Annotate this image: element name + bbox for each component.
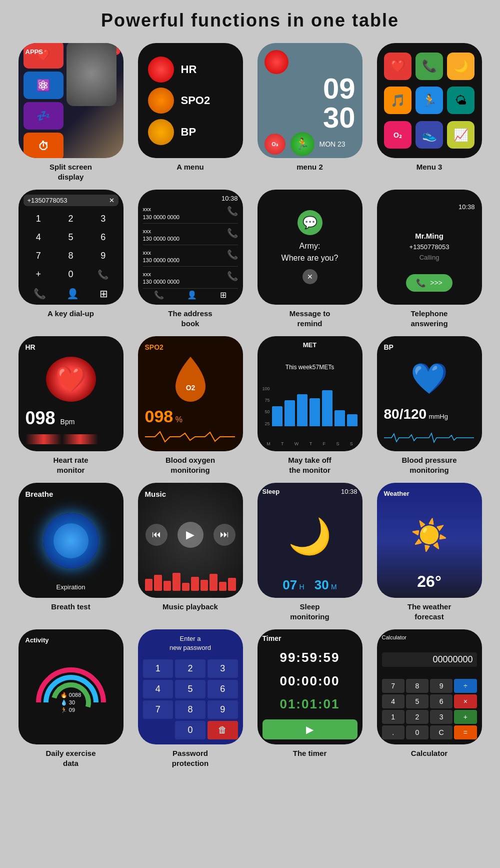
menu-spo2-icon [148,88,174,114]
addr-row-3[interactable]: xxx130 0000 0000 📞 [143,247,238,267]
addr-call-2[interactable]: 📞 [227,228,238,239]
dialup-delete[interactable]: ✕ [109,197,114,204]
pwd-key-1[interactable]: 1 [143,659,174,678]
calc-key-1[interactable]: 1 [382,710,404,724]
calc-key-9[interactable]: 9 [430,679,452,693]
music-next-btn[interactable]: ⏭ [214,524,236,546]
addr-call-4[interactable]: 📞 [227,271,238,282]
addr-bottom-phone[interactable]: 📞 [154,290,164,300]
label-met: May take offthe monitor [288,455,332,475]
pwd-key-del[interactable]: 🗑 [208,721,238,739]
app-weather[interactable]: 🌤 [447,87,474,114]
music-prev-btn[interactable]: ⏮ [146,524,168,546]
timer-play-btn[interactable]: ▶ [262,719,358,739]
label-spo2: Blood oxygenmonitoring [166,455,215,475]
calc-display: 00000000 [382,652,477,667]
music-controls: ⏮ ▶ ⏭ [145,522,236,548]
calc-key-4[interactable]: 4 [382,694,404,708]
cell-dialup: +1350778053 ✕ 1 2 3 4 5 6 7 8 9 + 0 📞 📞 … [15,190,126,328]
calc-key-2[interactable]: 2 [406,710,428,724]
screen-dialup: +1350778053 ✕ 1 2 3 4 5 6 7 8 9 + 0 📞 📞 … [18,190,124,305]
app-run[interactable]: 🏃 [416,87,443,114]
screen-split: APPS 1 ❤️ ⚛️ 💤 ⏱ [18,43,124,158]
calc-key-0[interactable]: 0 [406,725,428,739]
app-music[interactable]: 🎵 [384,87,412,114]
calc-key-3[interactable]: 3 [430,710,452,724]
svg-text:O2: O2 [186,384,195,392]
calc-key-add[interactable]: + [454,710,476,724]
label-music: Music playback [162,602,218,612]
key-7[interactable]: 7 [24,248,54,264]
calc-key-5[interactable]: 5 [406,694,428,708]
addr-bottom-grid[interactable]: ⊞ [220,290,226,300]
addr-call-1[interactable]: 📞 [227,206,238,217]
key-plus[interactable]: + [24,266,54,283]
pwd-key-6[interactable]: 6 [208,680,238,698]
app-heart[interactable]: ❤️ [384,53,412,80]
tel-phone-icon: 📞 [416,278,426,288]
sleep-hours: 07 [282,577,297,592]
pwd-key-3[interactable]: 3 [208,659,238,678]
music-play-btn[interactable]: ▶ [178,522,204,548]
dialup-icon-grid[interactable]: ⊞ [100,288,108,300]
dialup-icon-phone[interactable]: 📞 [34,288,46,300]
calc-key-6[interactable]: 6 [430,694,452,708]
pwd-key-9[interactable]: 9 [208,700,238,719]
key-4[interactable]: 4 [24,229,54,246]
pwd-key-2[interactable]: 2 [175,659,206,678]
eq-bar-10 [228,578,236,591]
addr-bottom-contact[interactable]: 👤 [187,290,197,300]
calc-key-dot[interactable]: . [382,725,404,739]
calc-key-8[interactable]: 8 [406,679,428,693]
pwd-key-7[interactable]: 7 [143,700,174,719]
key-2[interactable]: 2 [56,211,86,227]
addr-row-2[interactable]: xxx130 0000 0000 📞 [143,226,238,246]
calc-key-c[interactable]: C [430,725,452,739]
met-bar-6 [334,410,345,426]
calc-key-7[interactable]: 7 [382,679,404,693]
key-6[interactable]: 6 [88,229,118,246]
app-chart[interactable]: 📈 [447,121,474,149]
addr-row-4[interactable]: xxx130 0000 0000 📞 [143,269,238,289]
label-bp: Blood pressuremonitoring [402,455,456,475]
key-8[interactable]: 8 [56,248,86,264]
dialup-actions: 📞 👤 ⊞ [24,288,118,300]
msg-close[interactable]: ✕ [302,269,318,284]
calc-key-eq[interactable]: = [454,725,476,739]
key-1[interactable]: 1 [24,211,54,227]
met-day-labels: M T W T F S S [262,441,358,446]
app-steps[interactable]: 👟 [416,121,443,149]
apps-label: APPS [26,48,43,56]
addr-call-3[interactable]: 📞 [227,249,238,260]
eq-bar-5 [182,583,190,591]
pwd-key-0[interactable]: 0 [175,721,206,739]
key-3[interactable]: 3 [88,211,118,227]
key-9[interactable]: 9 [88,248,118,264]
calc-key-div[interactable]: ÷ [454,679,476,693]
app-sleep[interactable]: 🌙 [447,53,474,80]
screen-timer: Timer 99:59:59 00:00:00 01:01:01 ▶ [258,629,362,744]
screen-hr: HR ❤️ 098 Bpm [18,336,124,451]
app-o2[interactable]: O₂ [384,121,412,149]
screen-password: Enter anew password 1 2 3 4 5 6 7 8 9 0 … [138,629,243,744]
calc-key-mul[interactable]: × [454,694,476,708]
addr-row-1[interactable]: xxx130 0000 0000 📞 [143,204,238,224]
key-5[interactable]: 5 [56,229,86,246]
pwd-key-4[interactable]: 4 [143,680,174,698]
label-password: Passwordprotection [172,748,208,768]
screen-spo2: SPO2 O2 098 % [138,336,243,451]
key-call[interactable]: 📞 [88,266,118,283]
bp-unit: mmHg [429,413,448,420]
eq-bar-7 [200,580,208,591]
met-bar-4 [310,398,320,426]
tel-answer-btn[interactable]: 📞 >>> [406,274,452,292]
dialup-icon-contact[interactable]: 👤 [66,288,79,300]
screen-menu3: ❤️ 📞 🌙 🎵 🏃 🌤 O₂ 👟 📈 [377,43,482,158]
act-val-3: 🏃 09 [60,707,75,713]
timer-val-1: 99:59:59 [262,650,358,665]
key-0[interactable]: 0 [56,266,86,283]
pwd-key-5[interactable]: 5 [175,680,206,698]
music-title: Music [145,490,166,498]
app-phone[interactable]: 📞 [416,53,443,80]
pwd-key-8[interactable]: 8 [175,700,206,719]
